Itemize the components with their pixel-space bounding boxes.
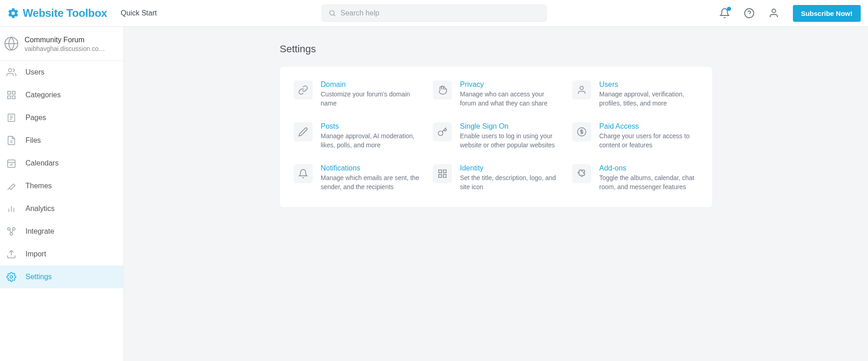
search-input[interactable] [340,9,540,17]
layout-icon [433,164,452,183]
sidebar-item-label: Themes [25,182,52,190]
forum-info[interactable]: Community Forum vaibhavghai.discussion.c… [0,27,123,61]
sidebar-item-label: Integrate [25,227,54,236]
card-desc: Manage approval, AI moderation, likes, p… [321,132,420,150]
settings-panel: Domain Customize your forum's domain nam… [280,67,712,207]
card-title[interactable]: Single Sign On [460,122,509,130]
sidebar-item-categories[interactable]: Categories [0,84,123,106]
sidebar-item-label: Categories [25,91,61,99]
import-icon [6,249,16,259]
sidebar-item-label: Import [25,250,46,258]
svg-rect-11 [8,95,10,98]
svg-rect-32 [443,175,446,177]
card-title[interactable]: Identity [460,164,484,172]
svg-rect-10 [12,95,15,98]
link-icon [294,80,313,100]
sidebar-item-label: Settings [25,273,52,281]
card-title[interactable]: Domain [321,80,346,89]
svg-rect-30 [438,170,441,173]
subscribe-button[interactable]: Subscribe Now! [793,5,861,22]
search-box[interactable] [321,5,547,22]
sidebar-item-calendars[interactable]: Calendars [0,152,123,175]
search-container [321,5,547,22]
chart-icon [6,204,16,214]
svg-rect-31 [443,170,446,173]
sidebar-item-themes[interactable]: Themes [0,175,123,197]
svg-point-25 [10,232,13,235]
card-desc: Manage which emails are sent, the sender… [321,174,420,191]
svg-rect-33 [438,175,441,177]
dollar-icon [572,122,591,141]
header: Website Toolbox Quick Start Subscribe No… [0,0,868,27]
svg-line-1 [334,15,335,16]
card-title[interactable]: Privacy [460,80,484,89]
brand-text: Website Toolbox [23,7,107,20]
quick-start-link[interactable]: Quick Start [121,9,157,17]
card-identity[interactable]: Identity Set the title, description, log… [433,164,559,191]
brush-icon [6,181,16,191]
svg-rect-8 [8,91,10,94]
card-desc: Toggle the albums, calendar, chat room, … [599,174,699,191]
sidebar-item-label: Analytics [25,205,55,213]
notifications-icon[interactable] [719,8,730,19]
sidebar-item-settings[interactable]: Settings [0,266,123,288]
hand-icon [433,80,452,100]
card-sso[interactable]: Single Sign On Enable users to log in us… [433,122,559,150]
notification-dot [727,7,731,11]
card-title[interactable]: Users [599,80,619,89]
page-icon [6,113,16,123]
sidebar-item-label: Users [25,68,45,76]
page-title: Settings [280,43,712,55]
help-icon[interactable] [744,8,755,19]
svg-point-28 [580,86,583,90]
card-addons[interactable]: Add-ons Toggle the albums, calendar, cha… [572,164,699,191]
pencil-icon [294,122,313,141]
card-title[interactable]: Posts [321,122,339,130]
sidebar-item-label: Pages [25,114,46,122]
svg-point-0 [330,10,334,15]
card-desc: Set the title, description, logo, and si… [460,174,559,191]
logo[interactable]: Website Toolbox [7,7,107,20]
sidebar-item-analytics[interactable]: Analytics [0,197,123,220]
user-icon [572,80,591,100]
puzzle-icon [572,164,591,183]
svg-point-7 [9,68,12,71]
card-title[interactable]: Add-ons [599,164,627,172]
profile-icon[interactable] [768,8,779,19]
sidebar-item-label: Calendars [25,159,59,167]
card-desc: Enable users to log in using your websit… [460,132,559,150]
svg-point-4 [772,9,776,13]
svg-rect-9 [12,91,15,94]
bell-icon [294,164,313,183]
grid-icon [6,90,16,100]
search-icon [328,9,336,17]
users-icon [6,67,16,77]
card-posts[interactable]: Posts Manage approval, AI moderation, li… [294,122,420,150]
card-desc: Charge your users for access to content … [599,132,699,150]
sidebar-item-users[interactable]: Users [0,61,123,84]
header-right: Subscribe Now! [719,5,861,22]
card-title[interactable]: Paid Access [599,122,639,130]
card-domain[interactable]: Domain Customize your forum's domain nam… [294,80,420,108]
svg-point-27 [10,276,13,278]
svg-point-2 [745,9,754,18]
gear-logo-icon [7,7,19,19]
card-privacy[interactable]: Privacy Manage who can access your forum… [433,80,559,108]
card-paid[interactable]: Paid Access Charge your users for access… [572,122,699,150]
sidebar-item-integrate[interactable]: Integrate [0,220,123,243]
file-icon [6,135,16,145]
sidebar-item-import[interactable]: Import [0,243,123,266]
card-notifications[interactable]: Notifications Manage which emails are se… [294,164,420,191]
card-desc: Customize your forum's domain name [321,90,420,108]
sidebar-item-pages[interactable]: Pages [0,106,123,129]
globe-icon [4,36,19,51]
svg-rect-18 [8,160,15,167]
settings-icon [6,272,16,282]
card-desc: Manage who can access your forum and wha… [460,90,559,108]
card-users[interactable]: Users Manage approval, verification, pro… [572,80,699,108]
card-desc: Manage approval, verification, profiles,… [599,90,699,108]
main-content: Settings Domain Customize your forum's d… [124,27,868,361]
sidebar: Community Forum vaibhavghai.discussion.c… [0,27,124,361]
sidebar-item-files[interactable]: Files [0,129,123,152]
card-title[interactable]: Notifications [321,164,360,172]
